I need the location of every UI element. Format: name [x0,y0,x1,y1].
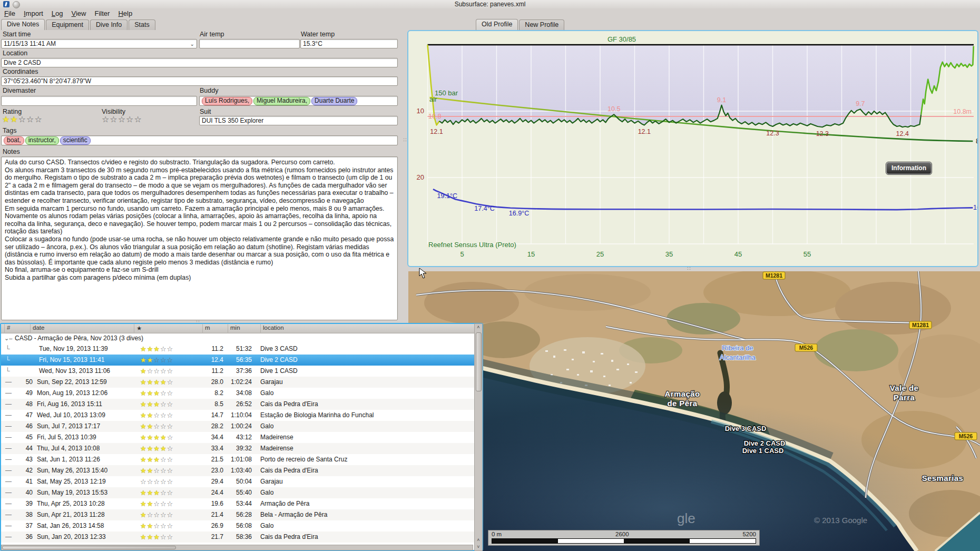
tab-dive-info[interactable]: Dive Info [90,19,128,30]
col-header-3[interactable]: m [202,324,210,332]
notes-textarea[interactable]: Aula do curso CASD. Transectos c/video e… [1,156,398,320]
dive-row[interactable]: —49Mon, Aug 19, 2013 12:06★★★☆☆8.234:08G… [1,388,482,399]
dive-row[interactable]: —45Fri, Jul 5, 2013 10:39★★★★☆34.443:12M… [1,432,482,443]
dive-row[interactable]: —44Thu, Jul 4, 2013 10:08★★★★☆33.439:32M… [1,443,482,454]
scale-start: 0 m [492,531,502,538]
location-input[interactable]: Dive 2 CASD [1,58,398,67]
dive-site-label[interactable]: Dive 3 CASD [725,425,767,432]
svg-text:15: 15 [527,250,535,258]
vscroll-thumb[interactable] [476,332,482,391]
dive-row[interactable]: —36Sun, Jan 20, 2013 12:33★★★☆☆21.758:36… [1,532,482,543]
tags-input[interactable]: boat,instructor,scientific [1,135,398,145]
start-time-value: 11/15/13 11:41 AM [4,40,56,47]
tab-dive-notes[interactable]: Dive Notes [1,19,45,30]
dive-row[interactable]: —41Sat, May 25, 2013 12:19☆☆☆☆☆29.450:04… [1,476,482,487]
mouse-cursor [419,268,427,279]
svg-text:Reefnet Sensus Ultra (Preto): Reefnet Sensus Ultra (Preto) [428,241,516,249]
menu-help[interactable]: Help [114,8,136,18]
divemaster-input[interactable] [1,96,197,106]
scroll-up-icon[interactable]: ˄ [475,324,482,331]
svg-text:de Pêra: de Pêra [668,399,698,408]
menu-view[interactable]: View [67,8,91,18]
buddy-chip: Luís Rodrigues, [202,97,252,105]
tab-stats[interactable]: Stats [129,19,155,30]
road-badge-m1281: M1281 [763,272,785,279]
dive-row[interactable]: —48Fri, Aug 16, 2013 15:11★★★☆☆8.526:52C… [1,399,482,410]
dive-site-map[interactable]: M526M1281M1281M526 Armaçãode PêraRibeira… [408,271,980,551]
svg-text:10.5: 10.5 [607,105,620,113]
rating-stars[interactable]: ★★☆☆☆ [2,114,43,124]
subsurface-window: Subsurface: paneves.xml FileImportLogVie… [0,0,980,551]
svg-text:10.8: 10.8 [428,113,441,120]
air-temp-input[interactable] [199,39,300,48]
buddy-chip: Duarte Duarte [311,97,357,105]
scale-segments [492,538,756,544]
dive-list-hscrollbar[interactable] [1,545,473,550]
visibility-stars[interactable]: ☆☆☆☆☆ [102,114,142,124]
tab-old-profile[interactable]: Old Profile [476,19,518,30]
svg-text:air: air [429,95,437,103]
tags-label: Tags [3,127,16,134]
chevron-down-icon[interactable]: ⌄ [190,41,194,47]
dive-row-selected[interactable]: └Fri, Nov 15, 2013 11:41★★☆☆☆12.456:35Di… [1,355,482,366]
buddy-input[interactable]: Luís Rodrigues,Miguel Madureira,Duarte D… [199,96,398,106]
title-bar[interactable]: Subsurface: paneves.xml [0,0,980,8]
scroll-up2-icon[interactable]: ˄ [475,537,482,543]
road-badge-m1281: M1281 [909,321,932,329]
svg-text:12.4: 12.4 [896,130,909,137]
dive-row[interactable]: —50Sun, Sep 22, 2013 12:59★★★★☆28.01:02:… [1,377,482,388]
trip-header-row[interactable]: ⌄–CASD - Armação de Pêra, Nov 2013 (3 di… [1,333,482,343]
col-header-5[interactable]: location [260,324,284,332]
suit-value: DUI TLS 350 Explorer [202,117,263,124]
dive-list-header[interactable]: #date★mminlocation [1,324,482,333]
menu-import[interactable]: Import [19,8,47,18]
scroll-down-icon[interactable]: ˅ [475,544,482,550]
information-tooltip-button[interactable]: Information [886,162,932,174]
dive-row[interactable]: —39Thu, Apr 25, 2013 10:28★★☆☆☆19.653:44… [1,498,482,509]
profile-tab-bar: Old ProfileNew Profile [476,19,565,30]
tag-chip: scientific [60,136,91,145]
menu-file[interactable]: File [0,8,19,18]
dive-row[interactable]: └Tue, Nov 19, 2013 11:39★★★☆☆11.251:32Di… [1,343,482,355]
hscroll-thumb[interactable] [2,546,176,549]
svg-text:9.1: 9.1 [717,96,726,104]
col-header-2[interactable]: ★ [134,324,142,332]
menu-log[interactable]: Log [47,8,67,18]
start-time-input[interactable]: 11/15/13 11:41 AM ⌄ [1,39,197,48]
tag-chip: instructor, [25,136,59,145]
svg-text:Parra: Parra [894,393,915,402]
dive-row[interactable]: —47Wed, Jul 10, 2013 13:09★★☆☆☆14.71:10:… [1,410,482,421]
air-temp-label: Air temp [200,31,224,38]
start-time-label: Start time [3,31,31,38]
dive-row[interactable]: —43Sat, Jun 1, 2013 11:26★★★☆☆21.51:01:0… [1,454,482,465]
profile-plot: GF 30/85102051525354555Reefnet Sensus Ul… [408,31,977,266]
road-badge-m526: M526 [795,344,817,351]
col-header-0[interactable]: # [4,324,10,332]
dive-profile-chart[interactable]: GF 30/85102051525354555Reefnet Sensus Ul… [407,30,978,267]
dive-row[interactable]: └Wed, Nov 13, 2013 11:06★☆☆☆☆11.237:36Di… [1,366,482,377]
tab-equipment[interactable]: Equipment [46,19,89,30]
coordinates-input[interactable]: 37°05'23.460"N 8°20'47.879"W [1,76,398,86]
svg-text:Alcantarilha: Alcantarilha [720,353,756,361]
col-header-4[interactable]: min [228,324,240,332]
dive-site-label[interactable]: Dive 1 CASD [742,447,784,455]
dive-list-table[interactable]: #date★mminlocation ⌄–CASD - Armação de P… [0,323,483,551]
col-header-1[interactable]: date [30,324,44,332]
dive-row[interactable]: —37Sat, Jan 26, 2013 14:58★★☆☆☆26.956:08… [1,520,482,532]
svg-text:Armação: Armação [665,389,700,398]
suit-input[interactable]: DUI TLS 350 Explorer [199,116,398,125]
tab-new-profile[interactable]: New Profile [519,19,564,30]
svg-text:5: 5 [460,250,464,258]
dive-list-vscrollbar[interactable]: ˄ ˄ ˅ [474,323,483,551]
dive-site-label[interactable]: Dive 2 CASD [744,439,786,447]
map-label: Armaçãode Pêra [665,389,700,408]
svg-text:20: 20 [417,173,424,181]
menu-filter[interactable]: Filter [90,8,114,18]
dive-row[interactable]: —42Sun, May 26, 2013 15:40★★☆☆☆23.01:03:… [1,465,482,476]
water-temp-input[interactable]: 15.3°C [300,39,398,48]
dive-row[interactable]: —40Sun, May 19, 2013 15:53★★★☆☆24.455:40… [1,487,482,498]
svg-text:150 bar: 150 bar [435,89,458,97]
dive-row[interactable]: —46Sun, Jul 7, 2013 17:17★★☆☆☆28.21:00:2… [1,421,482,432]
dive-row[interactable]: —38Sun, Apr 21, 2013 11:28★☆☆☆☆21.456:28… [1,509,482,520]
window-button-icon[interactable] [13,1,20,8]
